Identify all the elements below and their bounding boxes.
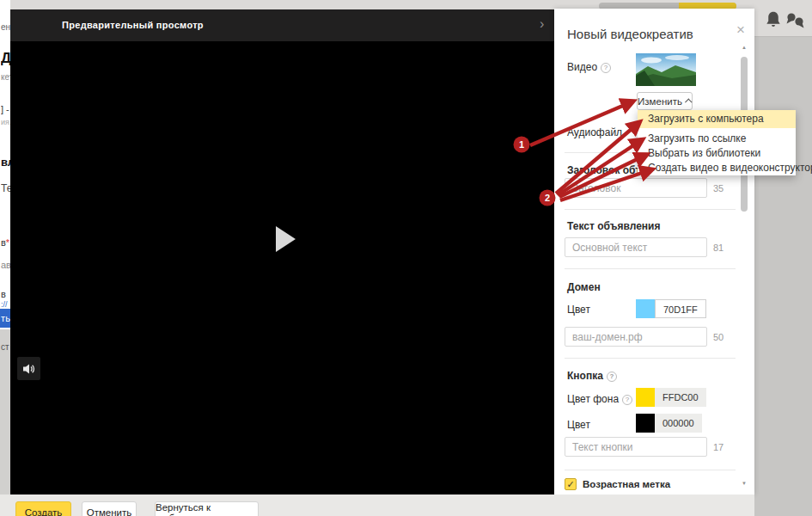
- button-bg-color-label: Цвет фона?: [567, 393, 632, 405]
- button-text-counter: 17: [713, 442, 723, 452]
- new-video-creative-panel: Новый видеокреатив × Видео? Изменить Ауд…: [554, 9, 754, 494]
- domain-counter: 50: [713, 332, 723, 342]
- domain-color-swatch: [636, 299, 655, 318]
- age-label-text: Возрастная метка: [583, 479, 670, 489]
- menu-item-upload-by-link[interactable]: Загрузить по ссылке: [638, 132, 796, 146]
- scroll-up-icon[interactable]: ▲: [740, 45, 748, 50]
- divider: [565, 470, 736, 470]
- cancel-button[interactable]: Отменить: [82, 501, 137, 516]
- scroll-down-icon[interactable]: ▼: [740, 481, 748, 486]
- ad-text-label: Текст объявления: [567, 220, 660, 232]
- change-video-button[interactable]: Изменить: [637, 92, 693, 110]
- back-to-templates-button[interactable]: Вернуться к шаблонам: [155, 501, 259, 516]
- button-text-color-label: Цвет: [567, 419, 590, 431]
- divider: [565, 268, 736, 269]
- menu-item-upload-from-computer[interactable]: Загрузить с компьютера: [638, 110, 796, 128]
- bg-text-fragment: ен: [1, 22, 10, 32]
- video-thumbnail[interactable]: [636, 53, 696, 86]
- background-page-gray-section: ст: [0, 329, 10, 494]
- video-creative-editor: ен Д кет ] - ия. вл Те в* ав в :// ть ст…: [0, 0, 812, 516]
- button-bg-color-swatch: [636, 388, 655, 407]
- chevron-right-icon[interactable]: ›: [540, 16, 544, 32]
- change-video-dropdown-menu: Загрузить с компьютера Загрузить по ссыл…: [638, 110, 796, 175]
- domain-input[interactable]: [565, 327, 707, 347]
- play-icon[interactable]: [276, 226, 296, 252]
- menu-item-choose-from-library[interactable]: Выбрать из библиотеки: [638, 146, 796, 161]
- preview-panel: Предварительный просмотр ›: [10, 9, 554, 494]
- divider: [565, 358, 736, 359]
- button-text-color-value[interactable]: 000000: [655, 414, 702, 433]
- close-icon[interactable]: ×: [736, 22, 745, 37]
- button-bg-color-picker[interactable]: FFDC00: [636, 388, 706, 407]
- button-section-label: Кнопка?: [567, 370, 617, 382]
- button-text-color-swatch: [636, 414, 655, 433]
- ad-title-counter: 35: [713, 183, 723, 194]
- ad-text-counter: 81: [713, 243, 723, 253]
- age-label-checkbox[interactable]: ✓: [565, 478, 577, 490]
- footer-bar: Создать Отменить Вернуться к шаблонам: [0, 494, 754, 516]
- create-button[interactable]: Создать: [15, 501, 71, 516]
- mute-button[interactable]: [17, 357, 40, 380]
- bg-link-fragment[interactable]: ://: [1, 300, 8, 309]
- help-icon[interactable]: ?: [622, 395, 632, 405]
- panel-title: Новый видеокреатив: [567, 27, 693, 41]
- help-icon[interactable]: ?: [601, 63, 611, 73]
- change-video-label: Изменить: [638, 96, 682, 107]
- button-text-input[interactable]: [565, 437, 707, 457]
- help-icon[interactable]: ?: [607, 372, 617, 382]
- bg-text-fragment: ] -: [1, 104, 9, 114]
- audio-file-label: Аудиофайл: [567, 126, 622, 138]
- bg-text-fragment: ст: [1, 342, 9, 352]
- preview-header: Предварительный просмотр ›: [10, 9, 554, 41]
- domain-color-label: Цвет: [567, 304, 590, 316]
- preview-title: Предварительный просмотр: [62, 20, 204, 30]
- domain-color-value[interactable]: 70D1FF: [655, 299, 706, 318]
- divider: [565, 209, 736, 210]
- button-bg-color-value[interactable]: FFDC00: [655, 388, 706, 407]
- age-label-checkbox-row[interactable]: ✓ Возрастная метка: [565, 478, 670, 490]
- speaker-icon: [22, 363, 36, 375]
- comments-icon[interactable]: [785, 10, 805, 31]
- bell-icon[interactable]: [763, 9, 784, 30]
- chevron-up-icon: [685, 98, 692, 105]
- bg-text-fragment: в: [1, 289, 6, 299]
- ad-text-input[interactable]: [565, 237, 707, 257]
- domain-label: Домен: [567, 281, 601, 293]
- ad-title-input[interactable]: [565, 178, 707, 198]
- check-icon: ✓: [566, 479, 574, 489]
- bg-required-field-fragment: в*: [1, 237, 9, 248]
- video-label: Видео?: [567, 61, 611, 73]
- menu-item-create-in-constructor[interactable]: Создать видео в видеоконструкторе: [638, 161, 796, 175]
- button-text-color-picker[interactable]: 000000: [636, 414, 702, 433]
- background-page-strip: ен Д кет ] - ия. вл Те в* ав в :// ть: [0, 0, 10, 329]
- domain-color-picker[interactable]: 70D1FF: [636, 299, 706, 318]
